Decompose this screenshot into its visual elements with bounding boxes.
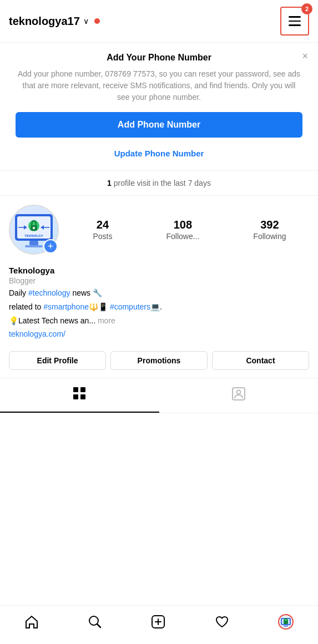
grid-icon	[72, 386, 87, 404]
bio-section: Teknologya Blogger Daily #technology new…	[0, 260, 318, 347]
followers-stat[interactable]: 108 Followe...	[166, 219, 199, 241]
svg-rect-2	[29, 241, 38, 245]
followers-label: Followe...	[166, 232, 199, 241]
contact-button[interactable]: Contact	[212, 351, 309, 370]
close-button[interactable]: ×	[302, 50, 308, 62]
menu-button-container[interactable]: 2	[280, 7, 309, 36]
profile-section: TEKNOLGY + 24 Posts 108 Followe... 392 F…	[0, 196, 318, 260]
nav-home[interactable]	[18, 612, 45, 636]
profile-avatar-icon	[277, 613, 294, 634]
hashtag-smartphone[interactable]: #smartphone	[43, 302, 89, 311]
following-count: 392	[253, 219, 286, 231]
bio-link[interactable]: teknologya.com/	[9, 329, 65, 338]
menu-line-1	[289, 16, 301, 18]
nav-search[interactable]	[82, 612, 108, 636]
tag-person-icon	[231, 387, 246, 404]
chevron-down-icon[interactable]: ∨	[83, 17, 89, 26]
bio-line-2: related to #smartphone🔱📱 #computers💻.	[9, 301, 309, 313]
posts-label: Posts	[93, 232, 112, 241]
search-icon	[87, 614, 103, 633]
profile-name: Teknologya	[9, 266, 309, 275]
create-icon	[150, 614, 166, 633]
following-stat[interactable]: 392 Following	[253, 219, 286, 241]
bio-line-3: 💡Latest Tech news an... more	[9, 315, 309, 327]
profile-visit-count: 1	[107, 179, 112, 187]
svg-rect-23	[284, 625, 288, 627]
svg-point-6	[33, 227, 35, 229]
edit-profile-button[interactable]: Edit Profile	[9, 351, 106, 370]
add-story-button[interactable]: +	[43, 239, 58, 253]
content-tab-bar	[0, 378, 318, 413]
profile-stats: 24 Posts 108 Followe... 392 Following	[70, 219, 309, 241]
nav-likes[interactable]	[209, 612, 235, 636]
bottom-navigation	[0, 605, 318, 644]
tab-grid[interactable]	[0, 378, 159, 413]
hashtag-computers[interactable]: #computers	[110, 302, 150, 311]
avatar-wrap: TEKNOLGY +	[9, 205, 59, 255]
svg-rect-3	[25, 245, 43, 247]
svg-rect-13	[80, 394, 85, 399]
phone-banner: × Add Your Phone Number Add your phone n…	[0, 43, 318, 171]
banner-title: Add Your Phone Number	[16, 53, 302, 63]
following-label: Following	[253, 232, 286, 241]
posts-stat: 24 Posts	[93, 219, 112, 241]
nav-profile[interactable]	[272, 611, 300, 636]
home-icon	[24, 614, 39, 633]
bio-more[interactable]: more	[98, 316, 115, 325]
svg-rect-11	[80, 387, 85, 392]
menu-line-3	[289, 24, 301, 26]
profile-visit-bar: 1 profile visit in the last 7 days	[0, 171, 318, 196]
add-phone-button[interactable]: Add Phone Number	[16, 112, 302, 138]
svg-point-15	[236, 391, 240, 394]
heart-icon	[214, 614, 230, 633]
profile-visit-text: profile visit in the last 7 days	[112, 179, 211, 187]
profile-top: TEKNOLGY + 24 Posts 108 Followe... 392 F…	[9, 205, 309, 255]
followers-count: 108	[166, 219, 199, 231]
promotions-button[interactable]: Promotions	[110, 351, 208, 370]
menu-line-2	[289, 21, 301, 22]
nav-create[interactable]	[145, 612, 171, 636]
username-label[interactable]: teknologya17	[9, 15, 80, 28]
action-buttons: Edit Profile Promotions Contact	[0, 347, 318, 378]
update-phone-button[interactable]: Update Phone Number	[16, 145, 302, 161]
live-indicator	[94, 18, 100, 24]
svg-rect-22	[284, 621, 288, 624]
profile-subtitle: Blogger	[9, 276, 309, 285]
bio-line-1: Daily #technology news 🔧	[9, 287, 309, 299]
svg-rect-12	[73, 394, 78, 399]
header: teknologya17 ∨ 2	[0, 0, 318, 43]
tab-tagged[interactable]	[159, 378, 319, 413]
header-left: teknologya17 ∨	[9, 15, 100, 28]
banner-description: Add your phone number, 078769 77573, so …	[16, 68, 302, 103]
notification-badge: 2	[301, 3, 312, 14]
hashtag-technology[interactable]: #technology	[28, 288, 70, 297]
svg-rect-10	[73, 387, 78, 392]
posts-count: 24	[93, 219, 112, 231]
svg-text:TEKNOLGY: TEKNOLGY	[24, 234, 43, 237]
